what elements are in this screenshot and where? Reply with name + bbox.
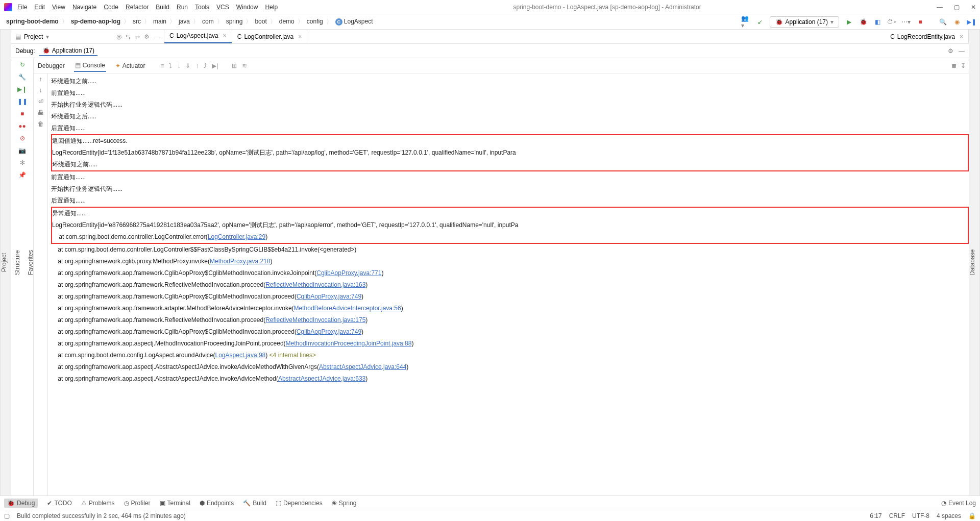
editor-tab-logaspect-java[interactable]: CLogAspect.java× [164,30,232,43]
breadcrumb-spring[interactable]: spring [224,17,245,26]
tab-debugger[interactable]: Debugger [37,60,66,71]
breadcrumb-logaspect[interactable]: CLogAspect [333,17,375,26]
soft-wrap-icon[interactable]: ⏎ [38,98,43,105]
stack-trace-link[interactable]: CglibAopProxy.java:749 [297,293,361,300]
step-over-icon[interactable]: ⤵ [169,62,172,69]
internal-lines[interactable]: <4 internal lines> [270,352,316,359]
gear-icon[interactable]: ⚙ [144,33,150,40]
tool-todo[interactable]: ✔TODO [47,500,71,507]
menu-navigate[interactable]: Navigate [72,4,96,11]
database-tool-button[interactable]: Database [969,250,976,276]
breadcrumb-main[interactable]: main [151,17,168,26]
tool-build[interactable]: 🔨Build [243,500,266,507]
line-separator[interactable]: CRLF [889,512,905,519]
gear-icon[interactable]: ⚙ [948,47,953,55]
editor-tab-right[interactable]: C LogRecordEntity.java × [885,30,969,43]
caret-pos[interactable]: 6:17 [870,512,881,519]
file-encoding[interactable]: UTF-8 [912,512,929,519]
breadcrumb-src[interactable]: src [131,17,143,26]
stack-trace-link[interactable]: LogAspect.java:98 [215,352,266,359]
minimize-icon[interactable]: — [937,4,943,11]
attach-icon[interactable]: ⋯▾ [901,17,911,27]
step-into-icon[interactable]: ↓ [177,62,180,69]
event-log-button[interactable]: ◔Event Log [941,500,976,507]
breadcrumb-demo[interactable]: demo [277,17,297,26]
tab-actuator[interactable]: ✦ Actuator [114,60,146,71]
stack-trace-link[interactable]: CglibAopProxy.java:749 [297,328,361,335]
profile-icon[interactable]: ⏱▾ [887,17,896,27]
resume-icon[interactable]: ▶❙ [17,86,27,93]
close-icon[interactable]: ✕ [971,4,976,11]
stop-icon[interactable]: ■ [916,17,925,27]
trace-icon[interactable]: ≋ [242,62,247,69]
pin-icon[interactable]: 📌 [18,171,26,179]
menu-vcs[interactable]: VCS [216,4,229,11]
print-icon[interactable]: 🖶 [38,109,44,116]
search-icon[interactable]: 🔍 [938,17,947,27]
indent[interactable]: 4 spaces [937,512,961,519]
debug-icon[interactable]: 🐞 [859,17,868,27]
layout-icon[interactable]: ≡ [160,62,164,69]
close-icon[interactable]: × [960,33,963,40]
minimize-tool-icon[interactable]: — [154,33,160,40]
mute-breakpoints-icon[interactable]: ⊘ [20,135,25,142]
maximize-icon[interactable]: ▢ [954,4,960,11]
stack-trace-link[interactable]: ReflectiveMethodInvocation.java:175 [265,316,365,324]
menu-tools[interactable]: Tools [195,4,209,11]
menu-view[interactable]: View [52,4,65,11]
close-icon[interactable]: × [298,33,302,40]
debug-config-tab[interactable]: 🐞 Application (17) [39,46,97,56]
rerun-icon[interactable]: ↻ [20,61,25,68]
evaluate-icon[interactable]: ⊞ [232,62,237,69]
close-icon[interactable]: × [223,32,227,39]
breadcrumb-sp-demo-aop-log[interactable]: sp-demo-aop-log [69,17,122,26]
events-icon[interactable]: ▶❚ [967,17,976,27]
status-icon[interactable]: ▢ [4,512,10,519]
stack-trace-link[interactable]: AbstractAspectJAdvice.java:633 [278,375,365,382]
expand-icon[interactable]: ⇆ [126,33,131,40]
stack-trace-link[interactable]: MethodProxy.java:218 [210,258,271,265]
tool-problems[interactable]: ⚠Problems [81,500,115,507]
scroll-end-icon[interactable]: ↧ [961,62,966,69]
up-icon[interactable]: ↑ [39,76,42,83]
run-configuration-dropdown[interactable]: 🐞 Application (17) ▾ [770,16,839,28]
coverage-icon[interactable]: ◧ [873,17,882,27]
users-icon[interactable]: 👥▾ [741,17,750,27]
project-toolwindow-header[interactable]: ▤ Project ▾ ◎ ⇆ ⥅ ⚙ — [11,30,164,43]
stop-icon[interactable]: ■ [20,110,24,117]
settings-icon[interactable]: ✻ [20,159,25,166]
menu-help[interactable]: Help [265,4,278,11]
console-output[interactable]: 环绕通知之前.....前置通知......开始执行业务逻辑代码......环绕通… [48,73,969,495]
breakpoints-icon[interactable]: ●● [18,122,26,130]
menu-build[interactable]: Build [156,4,169,11]
stack-trace-link[interactable]: LogController.java:29 [208,233,265,240]
force-step-into-icon[interactable]: ⇓ [185,62,190,69]
run-to-cursor-icon[interactable]: ▶| [212,62,218,69]
stack-trace-link[interactable]: MethodInvocationProceedingJoinPoint.java… [286,340,412,347]
lock-icon[interactable]: 🔒 [968,512,976,519]
soft-wrap-icon[interactable]: ≣ [951,62,957,69]
drop-frame-icon[interactable]: ⤴ [204,62,207,69]
stack-trace-link[interactable]: CglibAopProxy.java:771 [316,269,381,277]
menu-code[interactable]: Code [104,4,118,11]
tool-terminal[interactable]: ▣Terminal [160,500,190,507]
target-icon[interactable]: ◎ [116,33,121,40]
tool-spring[interactable]: ❀Spring [332,500,357,507]
sync-icon[interactable]: ↙ [755,17,765,27]
stack-trace-link[interactable]: MethodBeforeAdviceInterceptor.java:56 [294,305,401,312]
run-icon[interactable]: ▶ [844,17,853,27]
menu-edit[interactable]: Edit [34,4,45,11]
tab-console[interactable]: ▤ Console [74,60,106,72]
camera-icon[interactable]: 📷 [18,147,26,154]
tool-profiler[interactable]: ◷Profiler [124,500,151,507]
menu-file[interactable]: File [17,4,27,11]
structure-tool-button[interactable]: Structure [14,250,21,275]
menu-run[interactable]: Run [177,4,188,11]
tool-debug[interactable]: 🐞Debug [4,499,38,508]
step-out-icon[interactable]: ↑ [195,62,199,69]
pause-icon[interactable]: ❚❚ [17,98,28,105]
project-tool-button[interactable]: Project [1,253,8,272]
stack-trace-link[interactable]: AbstractAspectJAdvice.java:644 [319,363,406,370]
collapse-icon[interactable]: ⥅ [135,33,140,40]
favorites-tool-button[interactable]: Favorites [27,250,34,275]
